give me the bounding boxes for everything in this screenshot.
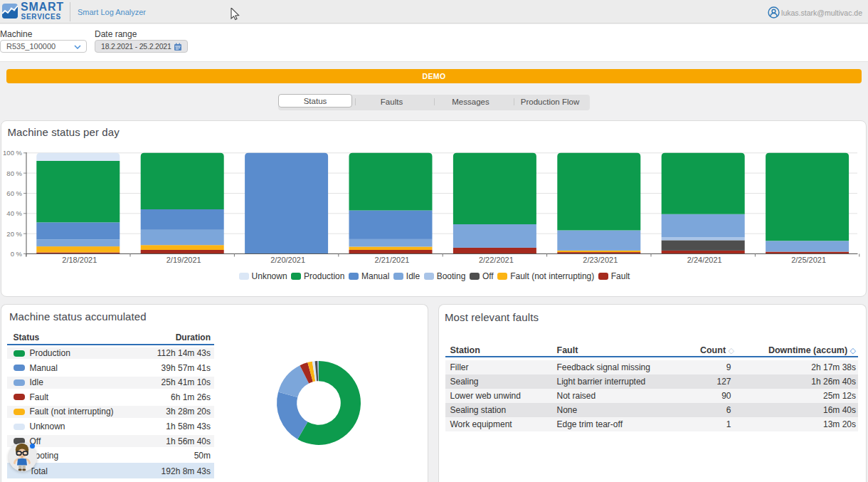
svg-text:2/23/2021: 2/23/2021 — [583, 256, 618, 264]
svg-text:2/25/2021: 2/25/2021 — [791, 256, 826, 264]
svg-text:2/24/2021: 2/24/2021 — [687, 256, 722, 264]
svg-text:2/21/2021: 2/21/2021 — [375, 256, 410, 264]
svg-text:2/22/2021: 2/22/2021 — [479, 256, 514, 264]
svg-text:2/20/2021: 2/20/2021 — [270, 256, 305, 264]
svg-text:2/18/2021: 2/18/2021 — [62, 256, 97, 264]
svg-text:60 %: 60 % — [6, 189, 22, 197]
svg-text:100 %: 100 % — [3, 149, 22, 157]
svg-text:2/19/2021: 2/19/2021 — [166, 256, 201, 264]
svg-text:40 %: 40 % — [6, 209, 22, 217]
svg-text:80 %: 80 % — [6, 169, 22, 177]
svg-text:0 %: 0 % — [11, 250, 23, 258]
svg-text:20 %: 20 % — [6, 230, 22, 238]
